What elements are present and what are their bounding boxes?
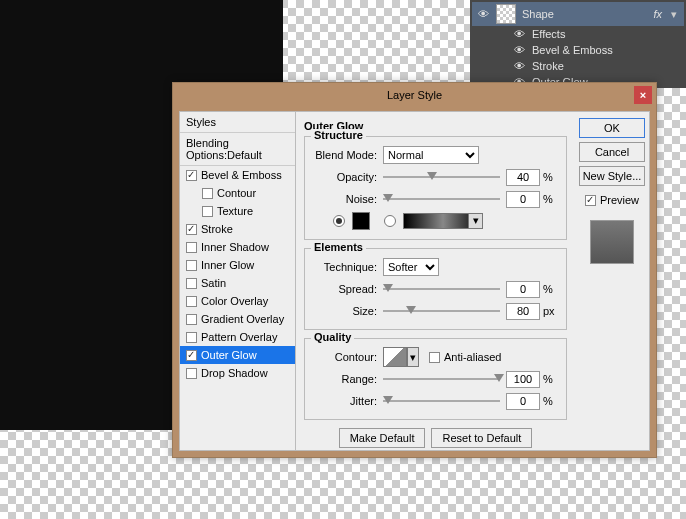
preview-swatch [590,220,634,264]
style-checkbox[interactable] [186,278,197,289]
style-checkbox[interactable] [186,350,197,361]
style-checkbox[interactable] [186,296,197,307]
sidebar-item-label: Outer Glow [201,349,257,361]
chevron-down-icon[interactable]: ▾ [407,347,419,367]
style-checkbox[interactable] [186,260,197,271]
sidebar-item-pattern-overlay[interactable]: Pattern Overlay [180,328,295,346]
sidebar-item-label: Inner Shadow [201,241,269,253]
structure-group: Structure Blend Mode: Normal Opacity: % … [304,136,567,240]
sidebar-item-label: Color Overlay [201,295,268,307]
effects-header[interactable]: 👁 Effects [472,26,684,42]
sidebar-item-label: Drop Shadow [201,367,268,379]
style-checkbox[interactable] [186,242,197,253]
jitter-slider[interactable] [383,394,500,408]
reset-default-button[interactable]: Reset to Default [431,428,532,448]
size-input[interactable] [506,303,540,320]
settings-main: Outer Glow Structure Blend Mode: Normal … [296,112,575,450]
noise-input[interactable] [506,191,540,208]
make-default-button[interactable]: Make Default [339,428,426,448]
layer-style-dialog: Layer Style × Styles Blending Options:De… [172,82,657,458]
quality-group: Quality Contour: ▾ Anti-aliased Range: %… [304,338,567,420]
spread-label: Spread: [313,283,383,295]
dialog-title: Layer Style [387,89,442,101]
sidebar-item-label: Pattern Overlay [201,331,277,343]
glow-gradient-picker[interactable]: ▾ [403,213,483,229]
effect-stroke[interactable]: 👁Stroke [472,58,684,74]
sidebar-item-color-overlay[interactable]: Color Overlay [180,292,295,310]
range-input[interactable] [506,371,540,388]
blend-mode-label: Blend Mode: [313,149,383,161]
sidebar-item-label: Texture [217,205,253,217]
spread-slider[interactable] [383,282,500,296]
spread-input[interactable] [506,281,540,298]
style-checkbox[interactable] [186,368,197,379]
chevron-down-icon[interactable]: ▾ [668,8,680,21]
gradient-radio[interactable] [384,215,396,227]
styles-sidebar: Styles Blending Options:Default Bevel & … [180,112,296,450]
fx-badge[interactable]: fx [653,8,662,20]
anti-aliased-label: Anti-aliased [440,351,501,363]
visibility-icon[interactable]: 👁 [512,44,526,56]
color-radio[interactable] [333,215,345,227]
sidebar-item-label: Satin [201,277,226,289]
style-checkbox[interactable] [186,224,197,235]
elements-group: Elements Technique: Softer Spread: % Siz… [304,248,567,330]
noise-slider[interactable] [383,192,500,206]
sidebar-item-inner-shadow[interactable]: Inner Shadow [180,238,295,256]
style-checkbox[interactable] [186,170,197,181]
visibility-icon[interactable]: 👁 [512,28,526,40]
new-style-button[interactable]: New Style... [579,166,645,186]
layer-name: Shape [522,8,554,20]
cancel-button[interactable]: Cancel [579,142,645,162]
opacity-slider[interactable] [383,170,500,184]
sidebar-item-bevel-emboss[interactable]: Bevel & Emboss [180,166,295,184]
chevron-down-icon[interactable]: ▾ [468,214,482,228]
range-label: Range: [313,373,383,385]
opacity-input[interactable] [506,169,540,186]
contour-label: Contour: [313,351,383,363]
sidebar-item-label: Gradient Overlay [201,313,284,325]
noise-label: Noise: [313,193,383,205]
glow-color-swatch[interactable] [352,212,370,230]
layers-panel: 👁 Shape fx ▾ 👁 Effects 👁Bevel & Emboss 👁… [470,0,686,88]
close-button[interactable]: × [634,86,652,104]
style-checkbox[interactable] [202,206,213,217]
dialog-titlebar[interactable]: Layer Style × [173,83,656,107]
style-checkbox[interactable] [186,332,197,343]
technique-select[interactable]: Softer [383,258,439,276]
sidebar-item-inner-glow[interactable]: Inner Glow [180,256,295,274]
sidebar-styles-header[interactable]: Styles [180,112,295,133]
sidebar-item-satin[interactable]: Satin [180,274,295,292]
layer-row-shape[interactable]: 👁 Shape fx ▾ [472,2,684,26]
ok-button[interactable]: OK [579,118,645,138]
effect-bevel[interactable]: 👁Bevel & Emboss [472,42,684,58]
style-checkbox[interactable] [186,314,197,325]
preview-label: Preview [600,194,639,206]
dialog-right-buttons: OK Cancel New Style... Preview [575,112,649,450]
sidebar-item-label: Inner Glow [201,259,254,271]
sidebar-item-label: Stroke [201,223,233,235]
technique-label: Technique: [313,261,383,273]
anti-aliased-checkbox[interactable] [429,352,440,363]
visibility-icon[interactable]: 👁 [512,60,526,72]
sidebar-item-gradient-overlay[interactable]: Gradient Overlay [180,310,295,328]
contour-picker[interactable] [383,347,407,367]
range-slider[interactable] [383,372,500,386]
size-label: Size: [313,305,383,317]
sidebar-item-texture[interactable]: Texture [180,202,295,220]
layer-thumb[interactable] [496,4,516,24]
sidebar-blending-header[interactable]: Blending Options:Default [180,133,295,166]
sidebar-item-stroke[interactable]: Stroke [180,220,295,238]
visibility-icon[interactable]: 👁 [476,8,490,20]
blend-mode-select[interactable]: Normal [383,146,479,164]
style-checkbox[interactable] [202,188,213,199]
size-slider[interactable] [383,304,500,318]
sidebar-item-contour[interactable]: Contour [180,184,295,202]
sidebar-item-drop-shadow[interactable]: Drop Shadow [180,364,295,382]
preview-checkbox[interactable] [585,195,596,206]
opacity-label: Opacity: [313,171,383,183]
sidebar-item-outer-glow[interactable]: Outer Glow [180,346,295,364]
jitter-label: Jitter: [313,395,383,407]
sidebar-item-label: Bevel & Emboss [201,169,282,181]
jitter-input[interactable] [506,393,540,410]
